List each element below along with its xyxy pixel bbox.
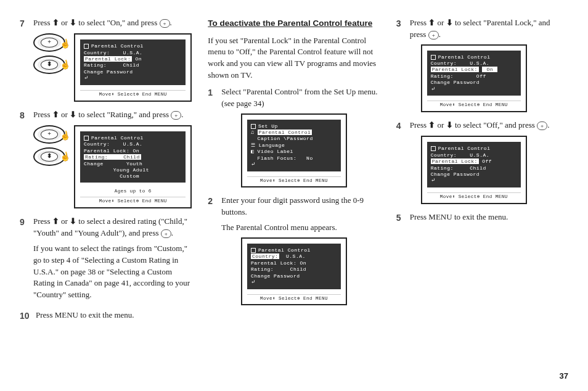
arrow-down-icon: ⬇: [446, 18, 453, 27]
arrow-down-icon: ⬇: [70, 110, 76, 119]
step-number: 2: [208, 195, 221, 218]
step-text: Press ⬆ or ⬇ to select "Off," and press …: [410, 120, 568, 132]
column-middle: To deactivate the Parental Control featu…: [208, 17, 380, 326]
step-4: 4 Press ⬆ or ⬇ to select "Off," and pres…: [396, 120, 568, 132]
plus-button-icon: +: [171, 111, 181, 120]
menu-screen-parental-on: Parental Control Country: U.S.A. Parenta…: [74, 33, 192, 101]
arrow-down-icon: ⬇: [446, 120, 453, 130]
step-number: 3: [396, 17, 410, 41]
step-text: Press ⬆ or ⬇ to select "On," and press +…: [33, 17, 192, 30]
figure-step7: +☝ ⬍☝ Parental Control Country: U.S.A. P…: [33, 33, 192, 101]
hand-icon: ☝: [59, 59, 71, 73]
arrow-up-icon: ⬆: [428, 120, 435, 130]
step-8: 8 Press ⬆ or ⬇ to select "Rating," and p…: [20, 109, 192, 121]
menu-screen-rating: Parental Control Country: U.S.A. Parenta…: [74, 125, 192, 208]
dial-plus: +☝: [33, 33, 65, 52]
step-5: 5 Press MENU to exit the menu.: [396, 212, 568, 224]
step-text: Press ⬆ or ⬇ to select a desired rating …: [33, 216, 192, 306]
arrow-up-icon: ⬆: [428, 18, 435, 27]
step-number: 7: [20, 17, 33, 30]
step-text: Select "Parental Control" from the Set U…: [221, 86, 380, 110]
remote-dials: +☝ ⬍☝: [33, 33, 70, 78]
menu-screen-lock-off: Parental Control Country: U.S.A. Parenta…: [421, 136, 527, 204]
hand-icon: ☝: [59, 150, 71, 164]
step-number: 9: [20, 216, 33, 306]
arrow-up-icon: ⬆: [52, 110, 59, 119]
step-number: 5: [396, 212, 410, 224]
menu-screen-parental-country: Parental Control Country: U.S.A. Parenta…: [241, 237, 347, 305]
column-right: 3 Press ⬆ or ⬇ to select "Parental Lock,…: [396, 17, 568, 326]
section-heading: To deactivate the Parental Control featu…: [208, 17, 380, 30]
step-number: 8: [20, 109, 33, 121]
plus-button-icon: +: [161, 229, 171, 238]
plus-button-icon: +: [160, 19, 170, 28]
dial-arrows: ⬍☝: [33, 56, 65, 74]
step-number: 1: [208, 86, 221, 110]
step-text: Press ⬆ or ⬇ to select "Parental Lock," …: [410, 17, 568, 41]
step-7: 7 Press ⬆ or ⬇ to select "On," and press…: [20, 17, 192, 30]
arrow-down-icon: ⬇: [70, 18, 76, 27]
dial-arrows: ⬍☝: [33, 147, 65, 166]
step-number: 10: [20, 310, 36, 322]
step-number: 4: [396, 120, 410, 132]
step-text: Press ⬆ or ⬇ to select "Rating," and pre…: [33, 109, 192, 121]
step-text: Enter your four digit password using the…: [221, 195, 380, 218]
step-3: 3 Press ⬆ or ⬇ to select "Parental Lock,…: [396, 17, 568, 41]
column-left: 7 Press ⬆ or ⬇ to select "On," and press…: [20, 17, 192, 326]
remote-dials: +☝ ⬍☝: [33, 125, 70, 170]
step-text: Press MENU to exit the menu.: [36, 310, 192, 322]
plus-button-icon: +: [428, 31, 439, 39]
step-subtext: The Parental Control menu appears.: [221, 222, 380, 234]
intro-text: If you set "Parental Lock" in the Parent…: [208, 35, 380, 81]
arrow-down-icon: ⬇: [70, 216, 76, 226]
plus-button-icon: +: [537, 121, 547, 130]
arrow-up-icon: ⬆: [52, 216, 59, 226]
step-text: Press MENU to exit the menu.: [410, 212, 568, 224]
hand-icon: ☝: [59, 130, 71, 144]
menu-screen-lock-select: Parental Control Country: U.S.A. Parenta…: [421, 44, 527, 112]
arrow-up-icon: ⬆: [52, 18, 59, 27]
hand-icon: ☝: [59, 38, 71, 52]
dial-plus: +☝: [33, 125, 65, 144]
menu-screen-setup: Set Up ♫ Parental Control Caption \Passw…: [241, 113, 347, 188]
figure-step8: +☝ ⬍☝ Parental Control Country: U.S.A. P…: [33, 125, 192, 208]
step-2: 2 Enter your four digit password using t…: [208, 195, 380, 218]
step-10: 10 Press MENU to exit the menu.: [20, 310, 192, 322]
step-9: 9 Press ⬆ or ⬇ to select a desired ratin…: [20, 216, 192, 306]
page-number: 37: [560, 371, 568, 382]
step-1: 1 Select "Parental Control" from the Set…: [208, 86, 380, 110]
